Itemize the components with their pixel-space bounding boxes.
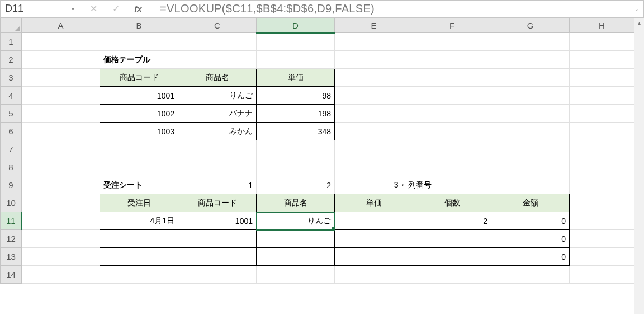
- cell-D2[interactable]: [257, 51, 335, 69]
- cell-H3[interactable]: [570, 69, 634, 87]
- cell-F14[interactable]: [413, 266, 491, 284]
- cell-H1[interactable]: [570, 33, 634, 51]
- cell-E5[interactable]: [335, 105, 413, 123]
- cell-E3[interactable]: [335, 69, 413, 87]
- cell-F2[interactable]: [413, 51, 491, 69]
- cancel-icon[interactable]: ✕: [88, 4, 98, 14]
- spreadsheet-grid[interactable]: A B C D E F G H 1 2 価格テーブル 3 商品コード 商品名: [0, 18, 644, 284]
- cell-B1[interactable]: [100, 33, 178, 51]
- col-header-F[interactable]: F: [413, 18, 491, 33]
- cell-H8[interactable]: [570, 158, 634, 176]
- cell-E8[interactable]: [335, 158, 413, 176]
- cell-E11[interactable]: [335, 212, 413, 230]
- col-header-E[interactable]: E: [335, 18, 413, 33]
- cell-E7[interactable]: [335, 140, 413, 158]
- cell-B12[interactable]: [100, 230, 178, 248]
- cell-E6[interactable]: [335, 123, 413, 140]
- name-box[interactable]: D11 ▾: [0, 0, 78, 17]
- cell-D10[interactable]: 商品名: [257, 194, 335, 212]
- vertical-scrollbar[interactable]: ▲: [634, 18, 644, 314]
- col-header-H[interactable]: H: [570, 18, 634, 33]
- row-header-3[interactable]: 3: [1, 69, 22, 87]
- cell-G7[interactable]: [491, 140, 570, 158]
- cell-F10[interactable]: 個数: [413, 194, 491, 212]
- cell-H2[interactable]: [570, 51, 634, 69]
- col-header-G[interactable]: G: [491, 18, 570, 33]
- cell-B2[interactable]: 価格テーブル: [100, 51, 178, 69]
- cell-C12[interactable]: [178, 230, 257, 248]
- row-header-10[interactable]: 10: [1, 194, 22, 212]
- cell-A6[interactable]: [22, 123, 100, 140]
- name-box-dropdown-icon[interactable]: ▾: [70, 6, 75, 12]
- cell-G11[interactable]: 0: [491, 212, 570, 230]
- cell-H13[interactable]: [570, 248, 634, 266]
- cell-C4[interactable]: りんご: [178, 87, 257, 105]
- cell-G14[interactable]: [491, 266, 570, 284]
- formula-input[interactable]: =VLOOKUP($C11,$B$4:$D$6,D9,FALSE): [153, 0, 629, 17]
- cell-D14[interactable]: [257, 266, 335, 284]
- cell-H4[interactable]: [570, 87, 634, 105]
- cell-F11[interactable]: 2: [413, 212, 491, 230]
- row-header-6[interactable]: 6: [1, 123, 22, 140]
- cell-E13[interactable]: [335, 248, 413, 266]
- cell-B11[interactable]: 4月1日: [100, 212, 178, 230]
- cell-C14[interactable]: [178, 266, 257, 284]
- cell-H9[interactable]: [570, 176, 634, 194]
- col-header-C[interactable]: C: [178, 18, 257, 33]
- col-header-D[interactable]: D: [257, 18, 335, 33]
- cell-F5[interactable]: [413, 105, 491, 123]
- row-header-12[interactable]: 12: [1, 230, 22, 248]
- cell-A3[interactable]: [22, 69, 100, 87]
- cell-D1[interactable]: [257, 33, 335, 51]
- cell-H10[interactable]: [570, 194, 634, 212]
- cell-F3[interactable]: [413, 69, 491, 87]
- cell-C9[interactable]: 1: [178, 176, 257, 194]
- cell-B5[interactable]: 1002: [100, 105, 178, 123]
- cell-C1[interactable]: [178, 33, 257, 51]
- cell-E10[interactable]: 単価: [335, 194, 413, 212]
- cell-E2[interactable]: [335, 51, 413, 69]
- cell-G4[interactable]: [491, 87, 570, 105]
- cell-C6[interactable]: みかん: [178, 123, 257, 140]
- cell-E9[interactable]: 3 ←列番号: [335, 176, 491, 194]
- cell-C13[interactable]: [178, 248, 257, 266]
- cell-B7[interactable]: [100, 140, 178, 158]
- row-header-11[interactable]: 11: [1, 212, 22, 230]
- row-header-14[interactable]: 14: [1, 266, 22, 284]
- cell-D7[interactable]: [257, 140, 335, 158]
- cell-A11[interactable]: [22, 212, 100, 230]
- cell-D4[interactable]: 98: [257, 87, 335, 105]
- cell-A2[interactable]: [22, 51, 100, 69]
- cell-G2[interactable]: [491, 51, 570, 69]
- cell-H12[interactable]: [570, 230, 634, 248]
- cell-A12[interactable]: [22, 230, 100, 248]
- cell-C5[interactable]: バナナ: [178, 105, 257, 123]
- cell-B4[interactable]: 1001: [100, 87, 178, 105]
- cell-E4[interactable]: [335, 87, 413, 105]
- cell-G9[interactable]: [491, 176, 570, 194]
- cell-A5[interactable]: [22, 105, 100, 123]
- scroll-up-icon[interactable]: ▲: [634, 18, 644, 28]
- cell-C3[interactable]: 商品名: [178, 69, 257, 87]
- cell-G3[interactable]: [491, 69, 570, 87]
- cell-D13[interactable]: [257, 248, 335, 266]
- cell-G13[interactable]: 0: [491, 248, 570, 266]
- cell-E14[interactable]: [335, 266, 413, 284]
- cell-A13[interactable]: [22, 248, 100, 266]
- cell-F12[interactable]: [413, 230, 491, 248]
- row-header-7[interactable]: 7: [1, 140, 22, 158]
- col-header-A[interactable]: A: [22, 18, 100, 33]
- cell-G12[interactable]: 0: [491, 230, 570, 248]
- cell-C10[interactable]: 商品コード: [178, 194, 257, 212]
- row-header-5[interactable]: 5: [1, 105, 22, 123]
- cell-F13[interactable]: [413, 248, 491, 266]
- cell-C2[interactable]: [178, 51, 257, 69]
- cell-B3[interactable]: 商品コード: [100, 69, 178, 87]
- fx-icon[interactable]: fx: [133, 4, 143, 14]
- cell-C7[interactable]: [178, 140, 257, 158]
- cell-H6[interactable]: [570, 123, 634, 140]
- cell-E12[interactable]: [335, 230, 413, 248]
- cell-E1[interactable]: [335, 33, 413, 51]
- cell-D8[interactable]: [257, 158, 335, 176]
- cell-B14[interactable]: [100, 266, 178, 284]
